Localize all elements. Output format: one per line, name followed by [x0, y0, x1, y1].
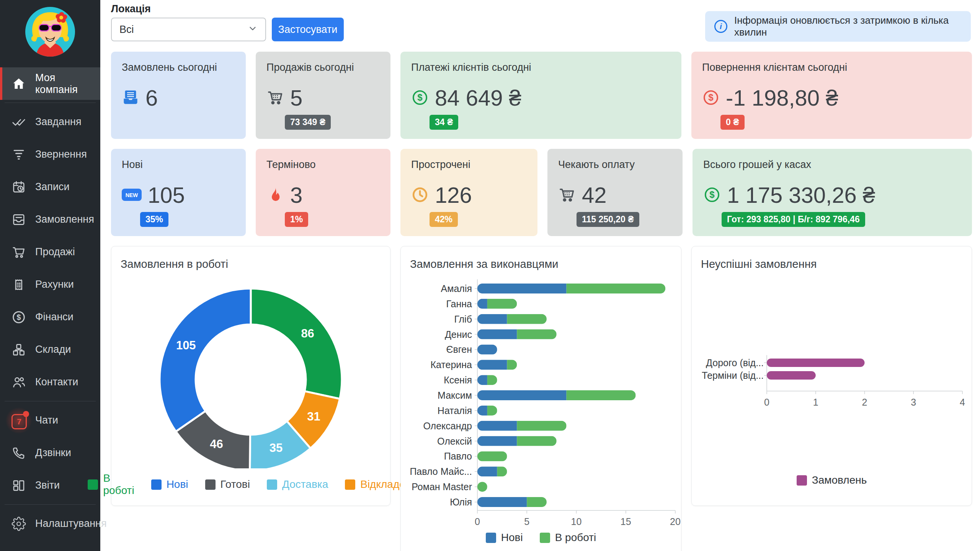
sidebar-item-label: Рахунки: [35, 279, 74, 290]
failed-bar-chart: 01234Дорого (від...Терміни (від...: [692, 246, 972, 468]
cart-icon: [11, 245, 26, 259]
kpi-card-row2-2[interactable]: Терміново 3 1%: [256, 149, 390, 236]
kpi-card-badge: 34 ₴: [430, 115, 458, 130]
kpi-card-row2-5[interactable]: Всього грошей у касах $ 1 175 330,26 ₴ Г…: [693, 149, 972, 236]
sidebar-item-settings[interactable]: Налаштування: [0, 507, 100, 540]
legend-label: В роботі: [555, 531, 596, 544]
svg-text:Наталія: Наталія: [438, 405, 472, 416]
svg-text:1: 1: [813, 397, 818, 408]
kpi-card-badge: Гот: 293 825,80 | Б/г: 892 796,46: [722, 212, 865, 227]
sidebar-item-sales[interactable]: Продажі: [0, 236, 100, 268]
performers-bar-chart: 05101520АмаліяГаннаГлібДенисЄвгенКатерин…: [401, 246, 682, 530]
kpi-card-row1-2[interactable]: Продажів сьогодні 5 73 349 ₴: [256, 52, 390, 139]
sidebar-item-tasks[interactable]: Завдання: [0, 106, 100, 138]
legend-item-в-роботі[interactable]: В роботі: [88, 472, 134, 497]
legend-label: Нові: [501, 531, 523, 544]
sidebar-item-label: Фінанси: [35, 311, 74, 323]
legend-label: Готові: [220, 478, 250, 491]
phone-icon: [11, 446, 26, 460]
info-icon: i: [714, 20, 727, 33]
kpi-card-title: Чекають оплату: [558, 159, 672, 171]
sidebar-item-label: Налаштування: [35, 518, 107, 530]
legend-swatch: [345, 479, 355, 490]
apply-button[interactable]: Застосувати: [272, 18, 344, 41]
sidebar-item-finance[interactable]: $Фінанси: [0, 301, 100, 333]
sidebar-item-chats[interactable]: 7 Чати: [0, 404, 100, 437]
clock-icon: [411, 186, 429, 204]
sidebar-item-records[interactable]: Записи: [0, 171, 100, 203]
legend-swatch: [267, 479, 277, 490]
kpi-card-badge: 35%: [140, 212, 168, 227]
svg-text:5: 5: [524, 516, 529, 527]
sidebar-item-warehouses[interactable]: Склади: [0, 333, 100, 366]
sidebar-item-label: Чати: [35, 414, 58, 426]
kpi-card-value: 3: [290, 182, 302, 208]
sidebar-item-label: Записи: [35, 181, 70, 193]
sidebar-item-label: Завдання: [35, 116, 82, 128]
svg-text:Амалія: Амалія: [441, 283, 472, 294]
kpi-card-value: 84 649 ₴: [435, 85, 521, 111]
chat-icon: 7: [11, 413, 26, 428]
legend-label: В роботі: [103, 472, 134, 497]
kpi-card-row1-1[interactable]: Замовлень сьогодні 6: [111, 52, 246, 139]
kpi-card-row1-4[interactable]: Повернення клієнтам сьогодні $ -1 198,80…: [691, 52, 972, 139]
legend-item-замовлень[interactable]: Замовлень: [797, 474, 867, 486]
sidebar-menu: Моя компаніяЗавданняЗверненняЗаписиЗамов…: [0, 67, 100, 540]
kpi-card-row2-4[interactable]: Чекають оплату 42 115 250,20 ₴: [547, 149, 683, 236]
kpi-cards-row-2: Нові NEW 105 35%Терміново 3 1%Прострочен…: [111, 149, 972, 236]
sidebar-item-calls[interactable]: Дзвінки: [0, 437, 100, 469]
legend-label: Нові: [167, 478, 188, 491]
panel-orders-by-performers: Замовлення за виконавцями 05101520Амалія…: [400, 246, 681, 551]
kpi-card-title: Нові: [122, 159, 235, 171]
kpi-card-title: Продажів сьогодні: [266, 62, 380, 73]
sidebar-item-invoices[interactable]: Рахунки: [0, 268, 100, 301]
panel-failed-orders: Неуспішні замовлення 01234Дорого (від...…: [691, 246, 972, 506]
svg-text:Олександр: Олександр: [423, 421, 472, 431]
svg-text:15: 15: [621, 516, 631, 527]
svg-text:Євген: Євген: [446, 344, 472, 355]
sidebar-item-requests[interactable]: Звернення: [0, 138, 100, 171]
legend-label: Доставка: [282, 478, 328, 491]
legend-swatch: [797, 475, 807, 486]
kpi-card-row2-1[interactable]: Нові NEW 105 35%: [111, 149, 246, 236]
legend-item-в-роботі[interactable]: В роботі: [540, 531, 596, 544]
kpi-card-row2-3[interactable]: Прострочені 126 42%: [400, 149, 537, 236]
sidebar-item-label: Звіти: [35, 479, 60, 491]
sidebar-item-label: Контакти: [35, 376, 78, 388]
tasks-icon: [11, 115, 26, 129]
chevron-down-icon: [248, 23, 258, 36]
legend-swatch: [540, 533, 550, 543]
kpi-card-value: 6: [145, 85, 158, 111]
svg-text:0: 0: [475, 516, 480, 527]
donut-chart: 86313546105: [111, 246, 391, 468]
svg-text:Роман Master: Роман Master: [412, 481, 472, 492]
dollar-circle-icon: $: [702, 89, 720, 106]
svg-text:NEW: NEW: [126, 192, 138, 198]
kpi-card-title: Терміново: [266, 159, 380, 171]
warehouse-icon: [11, 342, 26, 357]
svg-text:Катерина: Катерина: [430, 359, 472, 370]
location-select[interactable]: Всі: [111, 18, 266, 41]
svg-text:35: 35: [270, 441, 283, 455]
legend-item-доставка[interactable]: Доставка: [267, 478, 328, 491]
legend-item-готові[interactable]: Готові: [205, 478, 250, 491]
sidebar-item-company[interactable]: Моя компанія: [0, 67, 100, 100]
sidebar-item-orders[interactable]: Замовлення: [0, 203, 100, 236]
svg-text:$: $: [709, 189, 714, 200]
cart-dots-icon: [266, 89, 284, 106]
svg-text:Павло: Павло: [444, 451, 472, 461]
sidebar-item-reports[interactable]: Звіти: [0, 469, 100, 502]
kpi-card-row1-3[interactable]: Платежі клієнтів сьогодні $ 84 649 ₴ 34 …: [400, 52, 681, 139]
sidebar-item-label: Моя компанія: [35, 72, 100, 96]
sidebar-item-contacts[interactable]: Контакти: [0, 366, 100, 398]
svg-text:10: 10: [571, 516, 582, 527]
kpi-card-value: 1 175 330,26 ₴: [727, 182, 875, 208]
svg-text:$: $: [16, 313, 21, 321]
sidebar: Моя компаніяЗавданняЗверненняЗаписиЗамов…: [0, 0, 100, 551]
legend-item-нові[interactable]: Нові: [486, 531, 523, 544]
kpi-card-badge: 73 349 ₴: [285, 115, 331, 130]
user-avatar[interactable]: [0, 0, 100, 57]
legend-item-нові[interactable]: Нові: [151, 478, 188, 491]
sidebar-item-label: Звернення: [35, 148, 87, 160]
svg-text:46: 46: [210, 437, 223, 451]
